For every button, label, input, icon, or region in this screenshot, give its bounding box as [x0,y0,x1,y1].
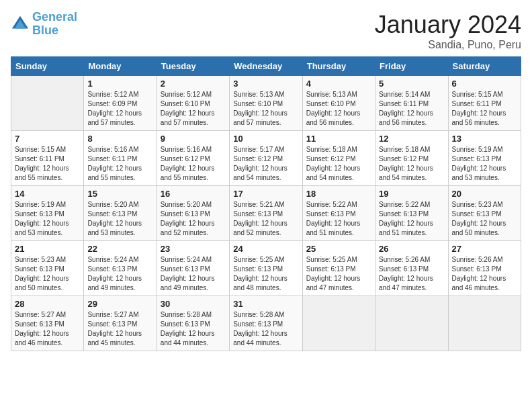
column-header-wednesday: Wednesday [230,57,302,76]
calendar-cell: 4Sunrise: 5:13 AM Sunset: 6:10 PM Daylig… [302,76,375,131]
calendar-cell: 17Sunrise: 5:21 AM Sunset: 6:13 PM Dayli… [230,186,302,241]
column-header-saturday: Saturday [448,57,521,76]
calendar-cell: 2Sunrise: 5:12 AM Sunset: 6:10 PM Daylig… [157,76,229,131]
day-number: 31 [233,299,298,309]
calendar-cell [375,296,448,351]
calendar-cell [11,76,84,131]
day-info: Sunrise: 5:12 AM Sunset: 6:10 PM Dayligh… [161,90,226,128]
day-number: 13 [452,134,517,144]
day-number: 3 [233,79,298,89]
calendar-week-3: 14Sunrise: 5:19 AM Sunset: 6:13 PM Dayli… [11,186,521,241]
calendar-title: January 2024 [375,11,521,39]
column-header-thursday: Thursday [302,57,375,76]
day-number: 8 [87,134,152,144]
day-info: Sunrise: 5:27 AM Sunset: 6:13 PM Dayligh… [15,310,80,348]
day-info: Sunrise: 5:14 AM Sunset: 6:11 PM Dayligh… [379,90,444,128]
calendar-week-4: 21Sunrise: 5:23 AM Sunset: 6:13 PM Dayli… [11,241,521,296]
calendar-cell: 16Sunrise: 5:20 AM Sunset: 6:13 PM Dayli… [157,186,229,241]
title-block: January 2024 Sandia, Puno, Peru [375,11,521,51]
column-header-sunday: Sunday [11,57,84,76]
day-info: Sunrise: 5:20 AM Sunset: 6:13 PM Dayligh… [87,200,152,238]
day-number: 22 [87,244,152,254]
calendar-subtitle: Sandia, Puno, Peru [375,39,521,51]
day-number: 6 [452,79,517,89]
column-headers: SundayMondayTuesdayWednesdayThursdayFrid… [11,57,521,76]
logo: General Blue [11,11,77,38]
day-number: 5 [379,79,444,89]
day-number: 7 [15,134,80,144]
calendar-cell: 3Sunrise: 5:13 AM Sunset: 6:10 PM Daylig… [230,76,302,131]
day-number: 10 [233,134,298,144]
calendar-cell: 25Sunrise: 5:25 AM Sunset: 6:13 PM Dayli… [302,241,375,296]
logo-line1: General [32,10,77,24]
logo-line2: Blue [32,24,58,37]
day-number: 16 [161,189,226,199]
day-info: Sunrise: 5:26 AM Sunset: 6:13 PM Dayligh… [452,255,517,293]
logo-text: General Blue [32,11,77,38]
calendar-cell: 11Sunrise: 5:18 AM Sunset: 6:12 PM Dayli… [302,131,375,186]
calendar-cell: 28Sunrise: 5:27 AM Sunset: 6:13 PM Dayli… [11,296,84,351]
day-number: 21 [15,244,80,254]
day-info: Sunrise: 5:22 AM Sunset: 6:13 PM Dayligh… [306,200,371,238]
calendar-cell: 30Sunrise: 5:28 AM Sunset: 6:13 PM Dayli… [157,296,229,351]
calendar-cell: 20Sunrise: 5:23 AM Sunset: 6:13 PM Dayli… [448,186,521,241]
calendar-cell: 23Sunrise: 5:24 AM Sunset: 6:13 PM Dayli… [157,241,229,296]
day-number: 14 [15,189,80,199]
day-number: 28 [15,299,80,309]
calendar-week-1: 1Sunrise: 5:12 AM Sunset: 6:09 PM Daylig… [11,76,521,131]
day-info: Sunrise: 5:15 AM Sunset: 6:11 PM Dayligh… [15,145,80,183]
day-number: 19 [379,189,444,199]
calendar-cell: 15Sunrise: 5:20 AM Sunset: 6:13 PM Dayli… [84,186,157,241]
day-number: 12 [379,134,444,144]
day-info: Sunrise: 5:18 AM Sunset: 6:12 PM Dayligh… [306,145,371,183]
day-info: Sunrise: 5:19 AM Sunset: 6:13 PM Dayligh… [452,145,517,183]
calendar-cell: 6Sunrise: 5:15 AM Sunset: 6:11 PM Daylig… [448,76,521,131]
day-info: Sunrise: 5:13 AM Sunset: 6:10 PM Dayligh… [306,90,371,128]
day-info: Sunrise: 5:16 AM Sunset: 6:12 PM Dayligh… [161,145,226,183]
calendar-cell: 9Sunrise: 5:16 AM Sunset: 6:12 PM Daylig… [157,131,229,186]
day-info: Sunrise: 5:24 AM Sunset: 6:13 PM Dayligh… [87,255,152,293]
day-number: 29 [87,299,152,309]
day-info: Sunrise: 5:13 AM Sunset: 6:10 PM Dayligh… [233,90,298,128]
calendar-cell: 31Sunrise: 5:28 AM Sunset: 6:13 PM Dayli… [230,296,302,351]
day-number: 18 [306,189,371,199]
calendar-cell: 26Sunrise: 5:26 AM Sunset: 6:13 PM Dayli… [375,241,448,296]
day-info: Sunrise: 5:28 AM Sunset: 6:13 PM Dayligh… [233,310,298,348]
calendar-cell: 12Sunrise: 5:18 AM Sunset: 6:12 PM Dayli… [375,131,448,186]
day-info: Sunrise: 5:15 AM Sunset: 6:11 PM Dayligh… [452,90,517,128]
day-info: Sunrise: 5:23 AM Sunset: 6:13 PM Dayligh… [452,200,517,238]
day-info: Sunrise: 5:19 AM Sunset: 6:13 PM Dayligh… [15,200,80,238]
calendar-cell: 13Sunrise: 5:19 AM Sunset: 6:13 PM Dayli… [448,131,521,186]
calendar-cell: 7Sunrise: 5:15 AM Sunset: 6:11 PM Daylig… [11,131,84,186]
day-info: Sunrise: 5:24 AM Sunset: 6:13 PM Dayligh… [161,255,226,293]
column-header-tuesday: Tuesday [157,57,229,76]
day-number: 27 [452,244,517,254]
column-header-friday: Friday [375,57,448,76]
day-info: Sunrise: 5:17 AM Sunset: 6:12 PM Dayligh… [233,145,298,183]
calendar-cell: 24Sunrise: 5:25 AM Sunset: 6:13 PM Dayli… [230,241,302,296]
day-info: Sunrise: 5:26 AM Sunset: 6:13 PM Dayligh… [379,255,444,293]
calendar-week-5: 28Sunrise: 5:27 AM Sunset: 6:13 PM Dayli… [11,296,521,351]
day-info: Sunrise: 5:16 AM Sunset: 6:11 PM Dayligh… [87,145,152,183]
day-number: 26 [379,244,444,254]
calendar-cell: 22Sunrise: 5:24 AM Sunset: 6:13 PM Dayli… [84,241,157,296]
calendar-cell [448,296,521,351]
day-number: 9 [161,134,226,144]
calendar-cell: 19Sunrise: 5:22 AM Sunset: 6:13 PM Dayli… [375,186,448,241]
day-number: 11 [306,134,371,144]
page-header: General Blue January 2024 Sandia, Puno, … [11,11,521,51]
day-number: 25 [306,244,371,254]
calendar-cell: 29Sunrise: 5:27 AM Sunset: 6:13 PM Dayli… [84,296,157,351]
calendar-cell: 27Sunrise: 5:26 AM Sunset: 6:13 PM Dayli… [448,241,521,296]
day-number: 30 [161,299,226,309]
day-number: 24 [233,244,298,254]
day-info: Sunrise: 5:12 AM Sunset: 6:09 PM Dayligh… [87,90,152,128]
day-number: 23 [161,244,226,254]
column-header-monday: Monday [84,57,157,76]
calendar-table: SundayMondayTuesdayWednesdayThursdayFrid… [11,56,521,351]
calendar-cell: 5Sunrise: 5:14 AM Sunset: 6:11 PM Daylig… [375,76,448,131]
day-number: 17 [233,189,298,199]
calendar-cell [302,296,375,351]
day-info: Sunrise: 5:28 AM Sunset: 6:13 PM Dayligh… [161,310,226,348]
calendar-cell: 14Sunrise: 5:19 AM Sunset: 6:13 PM Dayli… [11,186,84,241]
